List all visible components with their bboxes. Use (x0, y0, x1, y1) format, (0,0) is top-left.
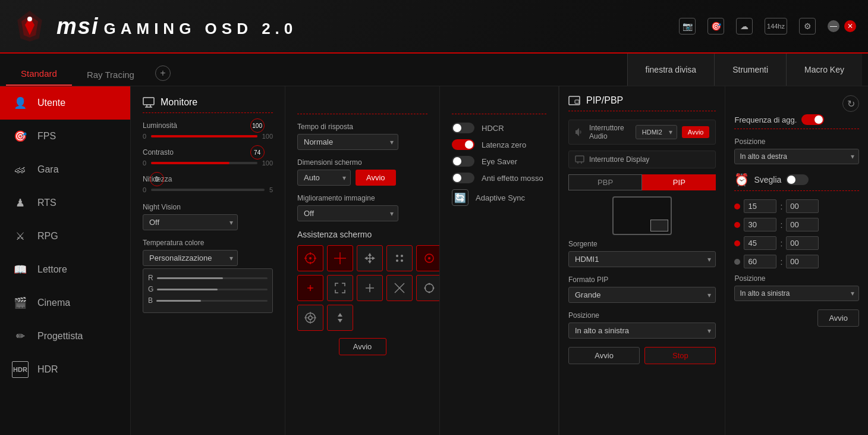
pip-tab[interactable]: PIP (642, 174, 716, 190)
contrasto-track (151, 162, 257, 164)
contrasto-slider-wrapper[interactable]: 74 (151, 162, 257, 164)
sidebar-item-gara[interactable]: 🏎 Gara (0, 153, 130, 186)
assist-icon-target2[interactable] (297, 305, 323, 331)
latenza-zero-toggle[interactable] (452, 139, 474, 150)
panel-divider-sveglia (734, 190, 859, 191)
strumenti-button[interactable]: Strumenti (714, 54, 786, 86)
assist-icon-circle[interactable] (416, 245, 440, 271)
assist-icon-updown[interactable] (327, 305, 353, 331)
formato-pip-select[interactable]: Grande Medio Piccolo (568, 287, 716, 303)
dimensioni-size-select[interactable]: Auto 4:3 16:9 (297, 170, 351, 186)
tempo-risposta-select[interactable]: Normale Veloce Più veloce Ultra veloce (297, 134, 398, 150)
nitidezza-slider-wrapper[interactable]: 0 (151, 189, 265, 191)
assist-icon-plus[interactable] (357, 275, 383, 301)
sorgente-select-wrapper: HDMI1 HDMI2 DP (568, 251, 716, 267)
refresh-rate-icon[interactable]: 144hz (765, 18, 787, 35)
assist-icon-expand[interactable] (327, 275, 353, 301)
luminosita-slider-wrapper[interactable]: 100 (151, 135, 257, 137)
alarm-hour-4[interactable]: 60 (744, 255, 776, 268)
alarm-dot-1 (734, 204, 740, 209)
svg-point-39 (429, 292, 430, 293)
title-bar: msi GAMING OSD 2.0 📷 🎯 ☁ 144hz ⚙ — ✕ (0, 0, 868, 54)
camera-icon[interactable]: 📷 (679, 18, 696, 35)
g-label: G (148, 285, 153, 293)
settings-icon[interactable]: ⚙ (799, 18, 816, 35)
close-button[interactable]: ✕ (844, 20, 856, 32)
alarm-min-3[interactable]: 00 (786, 236, 819, 250)
svg-marker-15 (368, 253, 372, 256)
interruttore-audio-avvio-button[interactable]: Avvio (682, 126, 710, 138)
finestra-divisa-button[interactable]: finestra divisa (627, 54, 715, 86)
tab-standard[interactable]: Standard (6, 62, 72, 86)
msi-dragon-logo (12, 8, 48, 44)
sidebar-item-cinema[interactable]: 🎬 Cinema (0, 286, 130, 320)
sorgente-label: Sorgente (568, 240, 716, 248)
temperatura-colore-select[interactable]: Personalizzazione Freddo Normale Caldo (143, 250, 238, 266)
miglioramento-select[interactable]: Off Basso Medio Alto (297, 205, 398, 221)
panel-divider-tempo (297, 114, 427, 114)
minimize-button[interactable]: — (828, 20, 839, 32)
tab-ray-tracing[interactable]: Ray Tracing (72, 64, 149, 86)
alarm-colon-1: : (780, 202, 782, 211)
svg-point-42 (309, 316, 312, 320)
svg-point-22 (401, 255, 403, 257)
posizione-bottom-select[interactable]: In alto a sinistra In alto a destra In b… (734, 286, 859, 301)
anti-effetto-mosso-toggle[interactable] (452, 173, 474, 183)
gara-icon: 🏎 (12, 161, 29, 178)
pip-posizione-select[interactable]: In alto a sinistra In alto a destra In b… (568, 323, 716, 339)
sidebar-item-lettore[interactable]: 📖 Lettore (0, 253, 130, 286)
pip-preview (612, 196, 672, 235)
g-track[interactable] (157, 289, 268, 290)
sidebar-item-rpg[interactable]: ⚔ RPG (0, 220, 130, 253)
interruttore-audio-label: Interruttore Audio (589, 124, 631, 140)
assist-icon-arrows[interactable] (386, 275, 413, 301)
dimensioni-avvio-button[interactable]: Avvio (356, 170, 396, 186)
assist-icon-move[interactable] (357, 245, 383, 271)
reload-icon[interactable]: ↻ (842, 95, 859, 112)
tab-add-button[interactable]: + (155, 65, 171, 81)
interruttore-audio-select[interactable]: HDMI2 (636, 125, 677, 139)
alarm-hour-2[interactable]: 30 (744, 218, 776, 231)
assist-icon-crosshair1[interactable] (297, 245, 323, 271)
frequenza-toggle[interactable] (801, 114, 824, 125)
alarm-min-1[interactable]: 00 (786, 199, 819, 213)
alarm-min-4[interactable]: 00 (786, 255, 819, 268)
svg-rect-51 (575, 156, 584, 162)
panel-divider-toggles (452, 114, 546, 114)
alarm-hour-1[interactable]: 15 (744, 199, 776, 213)
sidebar-item-fps[interactable]: 🎯 FPS (0, 120, 130, 153)
r-track[interactable] (157, 277, 268, 279)
assistenza-avvio-button[interactable]: Avvio (339, 338, 386, 355)
sidebar-item-hdr[interactable]: HDR HDR (0, 353, 130, 386)
sorgente-select[interactable]: HDMI1 HDMI2 DP (568, 251, 716, 267)
hdcr-toggle[interactable] (452, 123, 474, 133)
alarm-min-2[interactable]: 00 (786, 218, 819, 231)
display-icon (575, 155, 584, 164)
cloud-icon[interactable]: ☁ (736, 18, 753, 35)
sidebar-item-utente[interactable]: 👤 Utente (0, 86, 130, 120)
assist-icon-crosshair2[interactable] (327, 245, 353, 271)
pip-icon (568, 96, 580, 105)
pip-stop-button[interactable]: Stop (644, 347, 716, 364)
macro-key-button[interactable]: Macro Key (786, 54, 862, 86)
formato-pip-select-wrapper: Grande Medio Piccolo (568, 287, 716, 303)
sveglia-avvio-button[interactable]: Avvio (817, 309, 859, 327)
pbp-tab[interactable]: PBP (568, 174, 642, 190)
svg-marker-17 (364, 256, 367, 260)
svg-point-27 (309, 287, 312, 289)
pip-avvio-button[interactable]: Avvio (568, 347, 640, 364)
assist-icon-smalldot[interactable] (297, 275, 323, 301)
posizione-top-select[interactable]: In alto a destra In alto a sinistra In b… (734, 149, 859, 164)
eye-saver-toggle[interactable] (452, 156, 474, 167)
sidebar-item-rts[interactable]: ♟ RTS (0, 186, 130, 220)
sveglia-toggle[interactable] (786, 174, 809, 185)
night-vision-select[interactable]: Off Modalità 1 Modalità 2 (143, 214, 238, 230)
app-title: msi GAMING OSD 2.0 (56, 14, 297, 39)
sidebar-item-progettista[interactable]: ✏ Progettista (0, 320, 130, 353)
b-track[interactable] (156, 300, 268, 302)
assist-icon-dots[interactable] (386, 245, 413, 271)
assist-icon-dotscircle[interactable] (416, 275, 440, 301)
target-icon[interactable]: 🎯 (707, 18, 724, 35)
latenza-zero-row: Latenza zero (452, 139, 546, 150)
alarm-hour-3[interactable]: 45 (744, 236, 776, 250)
